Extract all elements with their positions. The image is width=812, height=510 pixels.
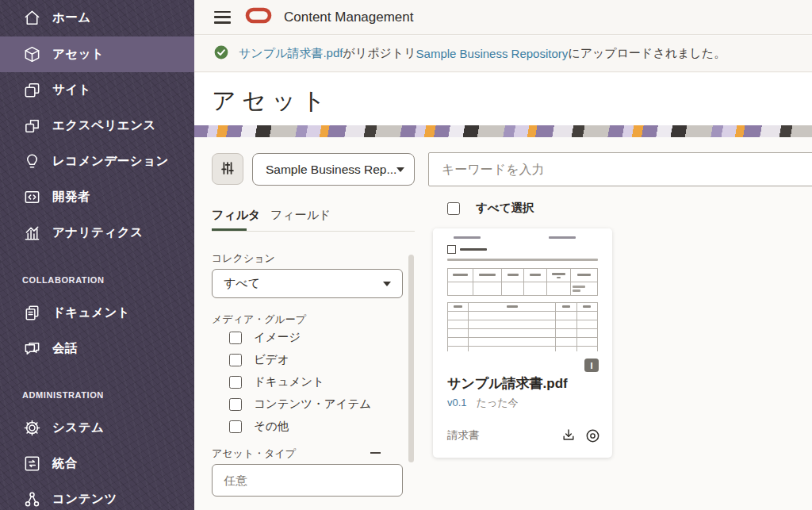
- asset-card-footer: 請求書: [447, 427, 601, 444]
- asset-modified-time: たった今: [477, 397, 519, 408]
- asset-tag: 請求書: [447, 428, 480, 443]
- media-option-row: その他: [229, 419, 289, 434]
- asset-thumbnail: [433, 228, 612, 351]
- sidebar-item-label: アナリティクス: [52, 224, 144, 241]
- uploaded-file-link[interactable]: サンプル請求書.pdf: [239, 46, 343, 61]
- sites-icon: [22, 81, 41, 100]
- sidebar-item-home[interactable]: ホーム: [0, 0, 194, 36]
- keyword-search-input[interactable]: [429, 153, 812, 186]
- sidebar: ホーム アセット サイト エクスペリエンス レコメンデーション 開発者: [0, 0, 194, 510]
- top-bar: Content Management: [194, 0, 812, 35]
- asset-card[interactable]: I サンプル請求書.pdf v0.1たった今 請求書: [433, 228, 612, 458]
- media-group-label: メディア・グループ: [212, 313, 306, 327]
- checkbox-image[interactable]: [229, 332, 242, 344]
- collection-label: コレクション: [212, 251, 275, 266]
- keyword-search: [428, 152, 812, 186]
- checkbox-content-item[interactable]: [229, 398, 242, 411]
- analytics-icon: [22, 224, 41, 243]
- sidebar-item-analytics[interactable]: アナリティクス: [0, 215, 194, 251]
- asset-type-field: [212, 464, 403, 497]
- media-option-row: ドキュメント: [229, 374, 324, 389]
- lightbulb-icon: [22, 152, 41, 171]
- page-title-zone: アセット: [194, 73, 812, 125]
- documents-icon: [22, 304, 41, 323]
- repository-selector-value: Sample Business Rep...: [266, 163, 396, 177]
- repository-selector[interactable]: Sample Business Rep...: [252, 153, 415, 186]
- integration-icon: [22, 454, 41, 474]
- sidebar-item-content[interactable]: コンテンツ: [0, 481, 194, 510]
- collapse-section-icon[interactable]: [370, 452, 381, 454]
- checkbox-label: その他: [254, 419, 289, 434]
- asset-meta: v0.1たった今: [447, 396, 519, 410]
- developer-icon: [22, 188, 41, 207]
- sidebar-item-label: 会話: [52, 340, 78, 357]
- sidebar-section-administration: ADMINISTRATION: [22, 390, 104, 400]
- sidebar-item-documents[interactable]: ドキュメント: [0, 295, 194, 331]
- sidebar-item-recommendations[interactable]: レコメンデーション: [0, 144, 194, 179]
- decorative-banner: [194, 125, 812, 137]
- repository-link[interactable]: Sample Business Repository: [416, 47, 569, 60]
- content-area: Sample Business Rep... フィルタ フィールド コレクション…: [194, 137, 812, 510]
- chevron-down-icon: [383, 282, 391, 286]
- sidebar-item-developer[interactable]: 開発者: [0, 179, 194, 215]
- checkbox-label: イメージ: [254, 330, 301, 345]
- sidebar-item-system[interactable]: システム: [0, 410, 194, 446]
- notification-banner: サンプル請求書.pdfがリポジトリSample Business Reposit…: [194, 36, 812, 72]
- collection-dropdown[interactable]: すべて: [212, 269, 403, 298]
- sidebar-item-label: レコメンデーション: [52, 153, 169, 170]
- sidebar-item-label: サイト: [52, 82, 91, 98]
- sidebar-item-integration[interactable]: 統合: [0, 446, 194, 481]
- gear-icon: [22, 419, 41, 438]
- checkbox-label: ドキュメント: [254, 374, 324, 389]
- page-title: アセット: [212, 85, 331, 117]
- tab-fields[interactable]: フィールド: [270, 208, 331, 223]
- sidebar-item-label: ドキュメント: [52, 305, 130, 321]
- asset-type-label: アセット・タイプ: [212, 447, 296, 461]
- media-option-row: イメージ: [229, 330, 301, 345]
- select-all-checkbox[interactable]: [447, 202, 460, 215]
- sidebar-item-conversations[interactable]: 会話: [0, 331, 194, 366]
- media-option-row: ビデオ: [229, 352, 289, 367]
- sidebar-item-assets[interactable]: アセット: [0, 36, 194, 72]
- checkbox-label: ビデオ: [254, 352, 289, 367]
- oracle-logo-icon: [245, 7, 272, 27]
- asset-type-input[interactable]: [213, 465, 402, 496]
- sidebar-item-label: コンテンツ: [52, 491, 117, 508]
- checkbox-other[interactable]: [229, 420, 242, 433]
- app-title: Content Management: [284, 10, 414, 25]
- tab-divider: [212, 231, 415, 232]
- chevron-down-icon: [396, 167, 404, 172]
- main-area: Content Management サンプル請求書.pdfがリポジトリSamp…: [194, 0, 812, 510]
- sidebar-item-label: ホーム: [52, 10, 91, 26]
- select-all-label: すべて選択: [476, 201, 534, 216]
- sidebar-item-label: 統合: [52, 455, 78, 472]
- home-icon: [22, 9, 41, 28]
- media-option-row: コンテンツ・アイテム: [229, 397, 371, 412]
- chat-icon: [22, 339, 41, 359]
- filter-toggle-button[interactable]: [212, 153, 243, 185]
- tab-filter[interactable]: フィルタ: [212, 208, 260, 223]
- download-icon[interactable]: [560, 427, 577, 444]
- sidebar-item-experiences[interactable]: エクスペリエンス: [0, 108, 194, 144]
- asset-version-link[interactable]: v0.1: [447, 397, 467, 408]
- select-all-row: すべて選択: [447, 201, 534, 216]
- sliders-icon: [219, 159, 236, 179]
- collection-dropdown-value: すべて: [224, 276, 260, 291]
- hamburger-menu-icon[interactable]: [214, 11, 231, 24]
- sidebar-item-label: アセット: [52, 46, 104, 63]
- assets-cube-icon: [22, 45, 41, 64]
- notification-text: にアップロードされました。: [568, 46, 726, 61]
- checkbox-document[interactable]: [229, 376, 242, 389]
- share-nodes-icon: [22, 490, 41, 509]
- checkbox-video[interactable]: [229, 354, 242, 366]
- filter-panel-scrollbar[interactable]: [408, 255, 414, 462]
- asset-title: サンプル請求書.pdf: [447, 374, 568, 393]
- preview-eye-icon[interactable]: [584, 427, 601, 444]
- notification-text: がリポジトリ: [343, 46, 416, 61]
- sidebar-item-label: 開発者: [52, 189, 90, 205]
- success-check-icon: [214, 45, 228, 62]
- asset-kind-badge: I: [584, 359, 599, 372]
- sidebar-section-collaboration: COLLABORATION: [22, 275, 105, 285]
- experiences-icon: [22, 117, 41, 136]
- sidebar-item-sites[interactable]: サイト: [0, 72, 194, 108]
